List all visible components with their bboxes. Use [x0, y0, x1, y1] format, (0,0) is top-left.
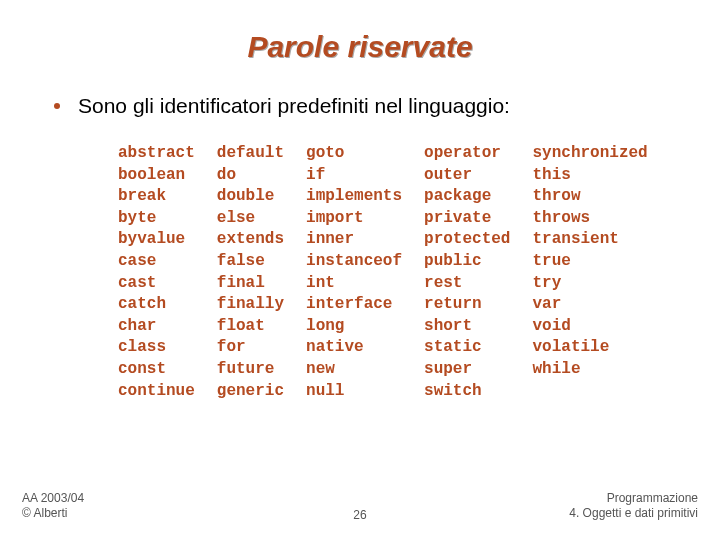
footer-topic: 4. Oggetti e dati primitivi — [569, 506, 698, 520]
footer-author: © Alberti — [22, 506, 68, 520]
footer-left: AA 2003/04 © Alberti — [22, 491, 84, 522]
keyword-col-4: operator outer package private protected… — [424, 143, 510, 402]
footer-year: AA 2003/04 — [22, 491, 84, 505]
keyword-col-5: synchronized this throw throws transient… — [532, 143, 647, 402]
slide: Parole riservate Sono gli identificatori… — [0, 0, 720, 540]
keyword-col-1: abstract boolean break byte byvalue case… — [118, 143, 195, 402]
keywords-grid: abstract boolean break byte byvalue case… — [30, 143, 690, 402]
footer-right: Programmazione 4. Oggetti e dati primiti… — [569, 491, 698, 522]
keyword-col-3: goto if implements import inner instance… — [306, 143, 402, 402]
slide-title: Parole riservate — [30, 30, 690, 64]
bullet-text: Sono gli identificatori predefiniti nel … — [78, 94, 510, 118]
page-number: 26 — [353, 508, 366, 522]
footer-course: Programmazione — [607, 491, 698, 505]
keyword-col-2: default do double else extends false fin… — [217, 143, 284, 402]
bullet-row: Sono gli identificatori predefiniti nel … — [30, 94, 690, 118]
bullet-icon — [54, 103, 60, 109]
footer: AA 2003/04 © Alberti 26 Programmazione 4… — [0, 491, 720, 522]
